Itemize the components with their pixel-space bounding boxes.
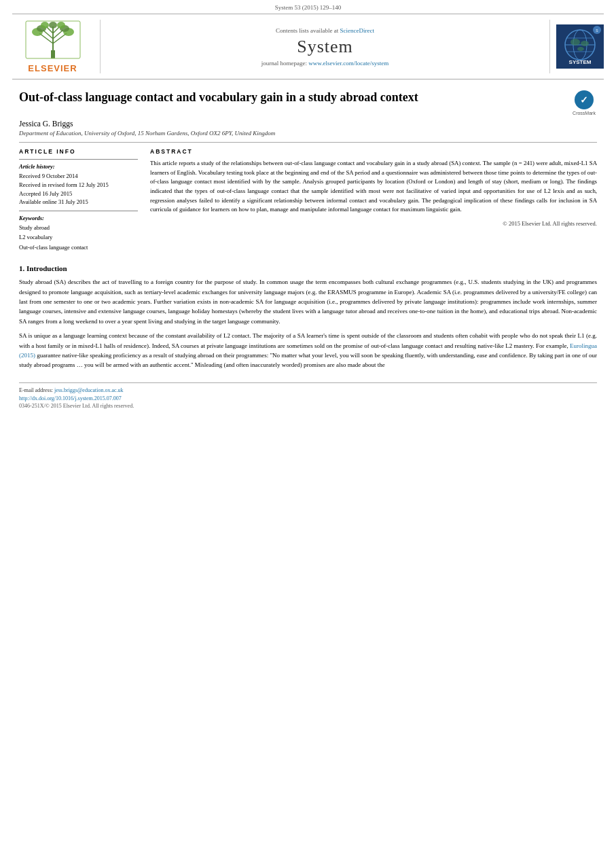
email-label: E-mail address: (19, 387, 53, 393)
homepage-label: journal homepage: (261, 60, 307, 67)
doi-link[interactable]: http://dx.doi.org/10.1016/j.system.2015.… (19, 395, 122, 401)
keyword-3: Out-of-class language contact (19, 243, 138, 252)
svg-text:SYSTEM: SYSTEM (568, 59, 591, 65)
abstract-column: ABSTRACT This article reports a study of… (150, 148, 597, 252)
svg-line-2 (39, 33, 53, 43)
author-name: Jessica G. Briggs (19, 120, 597, 128)
left-divider-2 (19, 211, 138, 211)
email-footnote: E-mail address: jess.briggs@education.ox… (19, 387, 597, 393)
crossmark-badge[interactable]: ✓ CrossMark (571, 90, 597, 115)
svg-rect-0 (51, 50, 55, 58)
article-info-column: ARTICLE INFO Article history: Received 9… (19, 148, 138, 252)
keywords-label: Keywords: (19, 215, 138, 221)
homepage-url[interactable]: www.elsevier.com/locate/system (308, 60, 388, 67)
article-title: Out-of-class language contact and vocabu… (19, 89, 563, 105)
svg-point-14 (49, 22, 57, 29)
abstract-heading: ABSTRACT (150, 148, 597, 155)
header-center: Contents lists available at ScienceDirec… (101, 20, 549, 73)
journal-title: System (297, 37, 353, 57)
crossmark-icon: ✓ (575, 90, 594, 109)
svg-point-23 (581, 41, 589, 46)
date-accepted: Accepted 16 July 2015 (19, 190, 138, 198)
email-link[interactable]: jess.briggs@education.ox.ac.uk (54, 387, 124, 393)
svg-point-22 (570, 39, 580, 46)
intro-p2-cont-text: guarantee native-like speaking proficien… (19, 352, 597, 368)
journal-citation-bar: System 53 (2015) 129–140 (0, 0, 616, 14)
issn-line: 0346-251X/© 2015 Elsevier Ltd. All right… (19, 403, 597, 409)
introduction-section: 1. Introduction Study abroad (SA) descri… (19, 264, 597, 370)
page: System 53 (2015) 129–140 (0, 0, 616, 841)
footer-area: E-mail address: jess.briggs@education.ox… (19, 382, 597, 409)
date-revised: Received in revised form 12 July 2015 (19, 181, 138, 190)
intro-paragraph-2: SA is unique as a language learning cont… (19, 331, 597, 370)
system-cover-image: SYSTEM S (556, 24, 604, 69)
article-title-row: Out-of-class language contact and vocabu… (19, 89, 597, 115)
doi-line: http://dx.doi.org/10.1016/j.system.2015.… (19, 395, 597, 401)
author-affiliation: Department of Education, University of O… (19, 130, 597, 137)
elsevier-logo: ELSEVIER (12, 20, 101, 73)
elsevier-name-text: ELSEVIER (28, 63, 77, 73)
date-received: Received 9 October 2014 (19, 172, 138, 181)
journal-cover: SYSTEM S (549, 20, 604, 73)
keyword-2: L2 vocabulary (19, 232, 138, 242)
intro-p2-text: SA is unique as a language learning cont… (19, 332, 597, 348)
date-online: Available online 31 July 2015 (19, 198, 138, 207)
contents-label: Contents lists available at (276, 27, 338, 34)
left-divider-1 (19, 159, 138, 160)
history-label: Article history: (19, 163, 138, 170)
contents-line: Contents lists available at ScienceDirec… (276, 27, 374, 34)
article-area: Out-of-class language contact and vocabu… (19, 79, 597, 370)
article-dates: Received 9 October 2014 Received in revi… (19, 172, 138, 207)
cover-svg: SYSTEM S (556, 24, 604, 69)
crossmark-label: CrossMark (573, 111, 596, 115)
journal-citation-text: System 53 (2015) 129–140 (275, 4, 342, 11)
svg-point-24 (577, 47, 584, 51)
divider-after-author (19, 142, 597, 143)
intro-paragraph-1: Study abroad (SA) describes the act of t… (19, 277, 597, 326)
svg-point-13 (57, 22, 65, 29)
sciencedirect-link[interactable]: ScienceDirect (340, 27, 374, 34)
intro-p1-text: Study abroad (SA) describes the act of t… (19, 279, 597, 325)
svg-point-10 (41, 22, 49, 29)
abstract-text: This article reports a study of the rela… (150, 159, 597, 215)
keyword-1: Study abroad (19, 223, 138, 232)
svg-line-5 (53, 33, 67, 43)
keywords-list: Study abroad L2 vocabulary Out-of-class … (19, 223, 138, 252)
article-info-abstract-row: ARTICLE INFO Article history: Received 9… (19, 148, 597, 252)
homepage-line: journal homepage: www.elsevier.com/locat… (261, 60, 388, 67)
copyright-line: © 2015 Elsevier Ltd. All rights reserved… (150, 220, 597, 227)
elsevier-tree-icon (22, 20, 84, 60)
article-info-heading: ARTICLE INFO (19, 148, 138, 155)
intro-heading: 1. Introduction (19, 264, 597, 272)
journal-header: ELSEVIER Contents lists available at Sci… (12, 14, 604, 79)
